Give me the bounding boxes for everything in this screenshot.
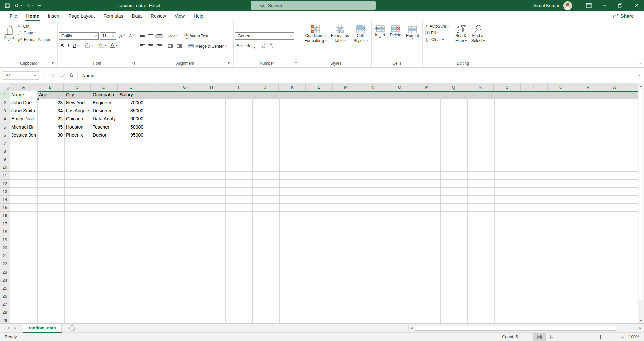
cell-P13[interactable]	[414, 188, 441, 196]
cell-L1[interactable]	[306, 91, 333, 99]
cell-R19[interactable]	[468, 236, 495, 244]
cell-W8[interactable]	[602, 147, 629, 155]
cell-T5[interactable]	[521, 123, 548, 131]
save-icon[interactable]	[5, 3, 10, 8]
name-box[interactable]: A1	[3, 71, 39, 80]
cell-E17[interactable]	[118, 220, 145, 228]
cell-F7[interactable]	[145, 139, 172, 147]
cell-A29[interactable]	[10, 316, 38, 323]
scroll-up-icon[interactable]	[638, 83, 644, 89]
cell-S27[interactable]	[495, 300, 521, 308]
cell-O3[interactable]	[387, 107, 414, 115]
cell-O24[interactable]	[387, 276, 414, 284]
cell-U28[interactable]	[548, 308, 575, 316]
cell-S1[interactable]	[495, 91, 521, 99]
cell-K19[interactable]	[280, 236, 306, 244]
cell-R29[interactable]	[468, 316, 495, 323]
column-header[interactable]: R	[467, 83, 494, 91]
cell-G29[interactable]	[172, 316, 199, 323]
cell-K23[interactable]	[280, 268, 306, 276]
cell-U19[interactable]	[548, 236, 575, 244]
cell-B19[interactable]	[38, 236, 65, 244]
cell-U18[interactable]	[548, 228, 575, 236]
cell-A7[interactable]	[10, 139, 38, 147]
horizontal-scrollbar[interactable]	[408, 325, 643, 331]
cell-B18[interactable]	[38, 228, 65, 236]
cell-K7[interactable]	[280, 139, 306, 147]
cell-V1[interactable]	[575, 91, 602, 99]
cell-M11[interactable]	[333, 172, 360, 180]
cell-T2[interactable]	[521, 99, 548, 107]
row-header[interactable]: 17	[0, 220, 10, 228]
cell-M13[interactable]	[333, 188, 360, 196]
row-header[interactable]: 26	[0, 292, 10, 300]
cell-O5[interactable]	[387, 123, 414, 131]
cell-L18[interactable]	[306, 228, 333, 236]
cell-D16[interactable]	[91, 212, 118, 220]
cell-N18[interactable]	[360, 228, 387, 236]
cell-F16[interactable]	[145, 212, 172, 220]
cell-V18[interactable]	[575, 228, 602, 236]
cell-N19[interactable]	[360, 236, 387, 244]
cell-Q28[interactable]	[441, 308, 468, 316]
prev-sheet-icon[interactable]	[7, 327, 9, 329]
cell-I4[interactable]	[226, 115, 253, 123]
column-header[interactable]: O	[386, 83, 413, 91]
cell-O1[interactable]	[387, 91, 414, 99]
cell-H12[interactable]	[199, 180, 226, 188]
cell-E5[interactable]: 50000	[118, 123, 145, 131]
cell-T9[interactable]	[521, 155, 548, 163]
cell-J18[interactable]	[253, 228, 280, 236]
cell-Q8[interactable]	[441, 147, 468, 155]
cell-J27[interactable]	[253, 300, 280, 308]
column-header[interactable]: K	[279, 83, 306, 91]
cell-Q7[interactable]	[441, 139, 468, 147]
cell-C22[interactable]	[65, 260, 91, 268]
cell-J13[interactable]	[253, 188, 280, 196]
cell-C14[interactable]	[65, 196, 91, 204]
cell-F4[interactable]	[145, 115, 172, 123]
tab-page-layout[interactable]: Page Layout	[64, 11, 99, 21]
cell-F29[interactable]	[145, 316, 172, 323]
cell-W22[interactable]	[602, 260, 629, 268]
zoom-out-button[interactable]: −	[577, 334, 581, 340]
cell-Q16[interactable]	[441, 212, 468, 220]
cell-N10[interactable]	[360, 163, 387, 172]
formula-bar-handle[interactable]: ⋮	[41, 73, 46, 78]
row-header[interactable]: 28	[0, 308, 10, 316]
cell-P23[interactable]	[414, 268, 441, 276]
cell-G2[interactable]	[172, 99, 199, 107]
cell-B11[interactable]	[38, 172, 65, 180]
cell-U14[interactable]	[548, 196, 575, 204]
cell-W26[interactable]	[602, 292, 629, 300]
cell-C21[interactable]	[65, 252, 91, 260]
cell-W16[interactable]	[602, 212, 629, 220]
cell-D19[interactable]	[91, 236, 118, 244]
cell-B16[interactable]	[38, 212, 65, 220]
percent-style-button[interactable]: %	[244, 42, 251, 49]
cell-P24[interactable]	[414, 276, 441, 284]
cell-T10[interactable]	[521, 163, 548, 172]
cell-L14[interactable]	[306, 196, 333, 204]
cell-L26[interactable]	[306, 292, 333, 300]
align-center-button[interactable]	[147, 44, 155, 49]
cell-D2[interactable]: Engineer	[91, 99, 118, 107]
clipboard-dialog-launcher-icon[interactable]	[52, 62, 55, 65]
cell-W12[interactable]	[602, 180, 629, 188]
cell-I24[interactable]	[226, 276, 253, 284]
cell-D10[interactable]	[91, 163, 118, 172]
cell-X4[interactable]	[629, 115, 638, 123]
minimize-button[interactable]	[597, 0, 612, 11]
cell-G21[interactable]	[172, 252, 199, 260]
cell-X21[interactable]	[629, 252, 638, 260]
cell-S10[interactable]	[495, 163, 521, 172]
cell-J1[interactable]	[253, 91, 280, 99]
row-header[interactable]: 3	[0, 107, 10, 115]
cell-W10[interactable]	[602, 163, 629, 172]
cell-D28[interactable]	[91, 308, 118, 316]
cell-V17[interactable]	[575, 220, 602, 228]
cell-M17[interactable]	[333, 220, 360, 228]
cell-U15[interactable]	[548, 204, 575, 212]
cell-A8[interactable]	[10, 147, 38, 155]
cell-T25[interactable]	[521, 284, 548, 292]
